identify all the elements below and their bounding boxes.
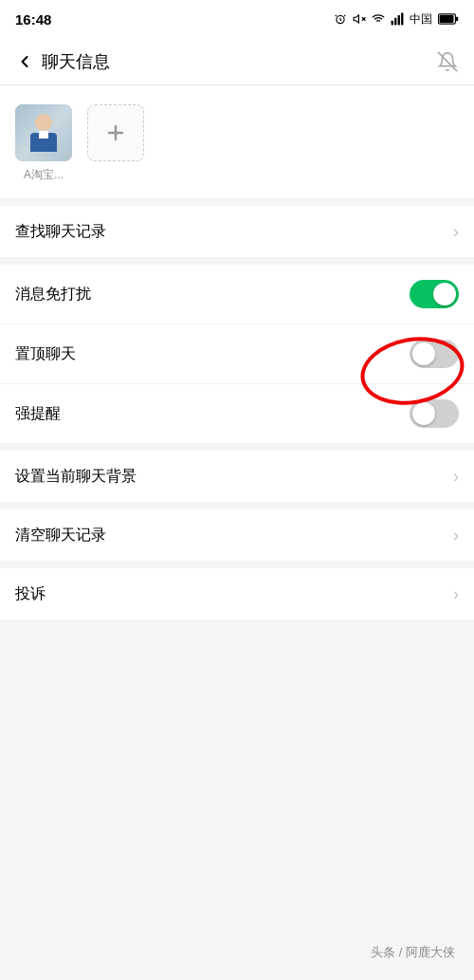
set-background-right: › [453, 467, 459, 487]
set-background-label: 设置当前聊天背景 [15, 467, 137, 487]
battery-icon [438, 13, 459, 25]
alarm-icon [334, 12, 347, 26]
back-button[interactable] [15, 52, 34, 71]
report-right: › [453, 584, 459, 604]
svg-rect-7 [401, 13, 403, 26]
avatar-label: A淘宝... [24, 167, 64, 183]
svg-rect-4 [392, 21, 393, 26]
menu-item-set-background[interactable]: 设置当前聊天背景 › [0, 451, 474, 502]
strong-reminder-toggle[interactable] [410, 399, 459, 428]
chevron-icon: › [453, 467, 459, 487]
contact-avatar-item[interactable]: A淘宝... [15, 104, 72, 183]
signal-icon [391, 12, 404, 26]
strong-reminder-label: 强提醒 [15, 404, 61, 424]
search-history-right: › [453, 222, 459, 242]
status-time: 16:48 [15, 11, 51, 28]
menu-item-search-history[interactable]: 查找聊天记录 › [0, 206, 474, 257]
muted-icon [353, 12, 366, 26]
menu-item-report[interactable]: 投诉 › [0, 568, 474, 619]
carrier-label: 中国 [410, 11, 432, 28]
svg-rect-10 [440, 15, 454, 23]
status-icons: 中国 [334, 11, 459, 28]
wifi-icon [372, 12, 385, 26]
toggle-knob [412, 402, 435, 425]
menu-item-clear-history[interactable]: 清空聊天记录 › [0, 509, 474, 561]
settings-group-report: 投诉 › [0, 568, 474, 619]
search-history-label: 查找聊天记录 [15, 222, 106, 242]
watermark: 头条 / 阿鹿大侠 [371, 944, 455, 961]
svg-rect-6 [398, 15, 400, 26]
menu-item-strong-reminder: 强提醒 [0, 384, 474, 443]
toggle-knob [412, 342, 435, 365]
chevron-icon: › [453, 222, 459, 242]
clear-history-right: › [453, 526, 459, 545]
report-label: 投诉 [15, 584, 46, 604]
avatar [15, 104, 72, 161]
pin-chat-toggle[interactable] [410, 340, 459, 368]
add-member-button[interactable] [87, 104, 144, 161]
bell-icon[interactable] [436, 50, 459, 73]
pin-chat-label: 置顶聊天 [15, 344, 76, 364]
settings-group-background: 设置当前聊天背景 › [0, 451, 474, 502]
chevron-icon: › [453, 526, 459, 545]
do-not-disturb-toggle[interactable] [410, 280, 459, 308]
settings-group-search: 查找聊天记录 › [0, 206, 474, 257]
settings-group-clear: 清空聊天记录 › [0, 509, 474, 561]
chevron-icon: › [453, 584, 459, 604]
nav-bar: 聊天信息 [0, 38, 474, 85]
settings-group-toggles: 消息免打扰 置顶聊天 强提醒 [0, 265, 474, 443]
do-not-disturb-label: 消息免打扰 [15, 285, 91, 305]
svg-rect-9 [456, 17, 458, 22]
clear-history-label: 清空聊天记录 [15, 526, 106, 545]
status-bar: 16:48 中国 [0, 0, 474, 38]
svg-line-11 [438, 51, 457, 70]
page-title: 聊天信息 [42, 50, 436, 73]
toggle-knob [433, 283, 456, 305]
avatar-section: A淘宝... [0, 85, 474, 198]
menu-item-pin-chat: 置顶聊天 [0, 324, 474, 384]
menu-item-do-not-disturb: 消息免打扰 [0, 265, 474, 324]
svg-rect-5 [394, 18, 396, 26]
